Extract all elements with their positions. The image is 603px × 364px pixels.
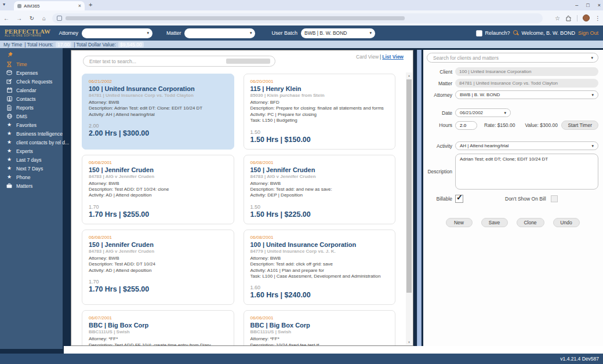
rate-text: Rate: $150.00 xyxy=(484,122,515,128)
time-entry-card[interactable]: 06/06/2001 BBC | Big Box Corp BBC111US |… xyxy=(244,310,396,346)
start-timer-button[interactable]: Start Timer xyxy=(561,121,598,130)
matter-label: Matter xyxy=(166,30,181,36)
sidebar-item-dms[interactable]: DMS xyxy=(0,112,63,121)
card-view-link[interactable]: Card View xyxy=(356,54,379,60)
browser-menu-icon[interactable]: ⋮ xyxy=(595,15,601,21)
activity-label: Activity xyxy=(427,143,452,149)
star-icon: ★ xyxy=(6,122,12,128)
entry-attorney: Attorney: *FF* xyxy=(89,336,227,342)
entry-date: 06/08/2001 xyxy=(89,160,227,165)
sidebar-item-favorites[interactable]: ★ Favorites xyxy=(0,121,63,129)
entry-activity: Activity: PC | Prepare for closing xyxy=(250,112,389,118)
profile-avatar[interactable] xyxy=(583,14,590,21)
activity-select[interactable]: AH | Attend hearing/trial▾ xyxy=(455,141,598,150)
tab-search-icon[interactable]: ▾ xyxy=(3,2,5,7)
sidebar-item-business-intelligence[interactable]: ★ Business Intelligence xyxy=(0,129,63,138)
description-label: Description xyxy=(427,169,452,174)
back-icon[interactable]: ← xyxy=(0,15,13,21)
pin-icon[interactable] xyxy=(7,52,63,57)
scroll-down-icon[interactable]: ▾ xyxy=(406,340,412,344)
hours-input[interactable] xyxy=(455,121,477,130)
pen-check-icon xyxy=(6,79,12,84)
entry-client: 150 | Jennifer Cruden xyxy=(89,166,227,173)
entry-activity: Activity: A101 | Plan and prepare for xyxy=(250,268,389,274)
search-icon[interactable] xyxy=(513,30,519,36)
description-textarea[interactable]: Adrian Test; edit DT; Clone; EDIT 10/24 … xyxy=(455,154,598,190)
sidebar-item-contacts[interactable]: Contacts xyxy=(0,94,63,103)
chevron-down-icon: ▾ xyxy=(591,144,594,148)
entry-hours: 1.50 xyxy=(250,129,389,135)
list-view-link[interactable]: List View xyxy=(382,54,404,60)
new-button[interactable]: New xyxy=(446,218,473,227)
star-icon: ★ xyxy=(6,131,12,136)
forward-icon[interactable]: → xyxy=(13,15,26,21)
panel-splitter[interactable] xyxy=(417,50,422,346)
window-close-button[interactable]: × xyxy=(598,2,601,8)
window-minimize-button[interactable]: – xyxy=(575,2,578,8)
clone-button[interactable]: Clone xyxy=(517,218,544,227)
entry-description: Description: Adrian Test: edit DT: Clone… xyxy=(89,105,227,111)
date-select[interactable]: 06/21/2002▾ xyxy=(455,108,511,117)
hourglass-icon xyxy=(6,61,12,67)
scrollbar-thumb[interactable] xyxy=(406,79,412,293)
sign-out-link[interactable]: Sign Out xyxy=(578,30,598,36)
save-button[interactable]: Save xyxy=(481,218,508,227)
attorney-select[interactable]: BWB | B. W. BOND▾ xyxy=(455,90,598,99)
time-entry-card[interactable]: 06/20/2001 115 | Henry Klein 85030 | Kle… xyxy=(244,74,396,150)
tab-close-icon[interactable]: × xyxy=(78,3,81,9)
time-entry-card[interactable]: 06/08/2001 150 | Jennifer Cruden 84783 |… xyxy=(244,155,396,224)
sidebar-item-experts[interactable]: ★ Experts xyxy=(0,147,63,155)
time-entry-card[interactable]: 06/08/2001 150 | Jennifer Cruden 84783 |… xyxy=(82,230,234,305)
address-input[interactable] xyxy=(52,13,543,23)
sidebar-item-time[interactable]: Time xyxy=(0,60,63,68)
bookmark-star-icon[interactable]: ☆ xyxy=(555,15,560,21)
entry-hours: 1.60 xyxy=(250,285,389,290)
time-entry-card[interactable]: 06/07/2001 BBC | Big Box Corp BBC111US |… xyxy=(82,310,234,346)
user-batch-dropdown[interactable]: BWB | B. W. BOND▾ xyxy=(301,28,375,38)
billable-checkbox[interactable]: ✓ xyxy=(455,195,463,203)
client-matter-search-input[interactable] xyxy=(432,54,577,61)
browser-tab[interactable]: AIM365 × xyxy=(14,1,85,10)
sidebar-item-calendar[interactable]: Calendar xyxy=(0,86,63,94)
extensions-icon[interactable] xyxy=(565,15,572,21)
window-maximize-button[interactable]: □ xyxy=(586,2,589,8)
view-toggle-separator: | xyxy=(380,54,381,60)
entry-task: Task: L150 | Budgeting xyxy=(250,118,389,123)
star-icon: ★ xyxy=(6,157,12,162)
home-icon[interactable]: ⌂ xyxy=(38,15,50,21)
perfectlaw-logo: PERFECTLAW ALL-IN-ONE SOFTWARE xyxy=(5,28,50,38)
redacted-url xyxy=(66,16,405,20)
browser-address-bar: ← → ↻ ⌂ ☆ ⋮ xyxy=(0,10,603,26)
sidebar-item-expenses[interactable]: Expenses xyxy=(0,68,63,77)
matter-label: Matter xyxy=(427,81,452,86)
time-entry-card[interactable]: 06/08/2001 100 | United Insurance Corpor… xyxy=(244,230,396,305)
sidebar-item-last-7-days[interactable]: ★ Last 7 days xyxy=(0,155,63,164)
sidebar-item-check-requests[interactable]: Check Requests xyxy=(0,77,63,86)
welcome-text: Welcome, B. W. BOND xyxy=(522,30,575,36)
new-tab-button[interactable]: + xyxy=(89,1,92,8)
vertical-scrollbar[interactable]: ▴ ▾ xyxy=(406,72,412,345)
sidebar-item-client-contacts[interactable]: ★ client contacts by rel d... xyxy=(0,138,63,147)
page-title: My Time xyxy=(3,42,22,48)
undo-button[interactable]: Undo xyxy=(553,218,580,227)
relaunch-checkbox[interactable] xyxy=(476,30,482,37)
matter-dropdown[interactable]: ▾ xyxy=(184,28,255,38)
sidebar-item-phone[interactable]: ★ Phone xyxy=(0,173,63,181)
tab-title: AIM365 xyxy=(24,3,76,9)
search-input[interactable] xyxy=(88,58,192,65)
sidebar-item-reports[interactable]: Reports xyxy=(0,103,63,112)
dont-show-on-bill-checkbox[interactable] xyxy=(551,195,558,202)
attorney-dropdown[interactable]: ▾ xyxy=(82,28,152,38)
client-matter-search[interactable]: ▾ xyxy=(427,53,598,63)
sidebar-item-matters[interactable]: Matters xyxy=(0,181,63,190)
entry-date: 06/20/2001 xyxy=(250,79,389,84)
entry-attorney: Attorney: BWB xyxy=(89,256,227,261)
scroll-up-icon[interactable]: ▴ xyxy=(406,74,412,77)
reload-icon[interactable]: ↻ xyxy=(26,15,38,21)
toolbar-separator xyxy=(577,15,577,21)
entry-client: BBC | Big Box Corp xyxy=(250,322,389,329)
time-entry-card[interactable]: 06/21/2002 100 | United Insurance Corpor… xyxy=(82,74,234,150)
sidebar-item-next-7-days[interactable]: ★ Next 7 Days xyxy=(0,164,63,173)
site-info-icon[interactable] xyxy=(57,16,62,21)
time-entry-card[interactable]: 06/08/2001 150 | Jennifer Cruden 84783 |… xyxy=(82,155,234,224)
